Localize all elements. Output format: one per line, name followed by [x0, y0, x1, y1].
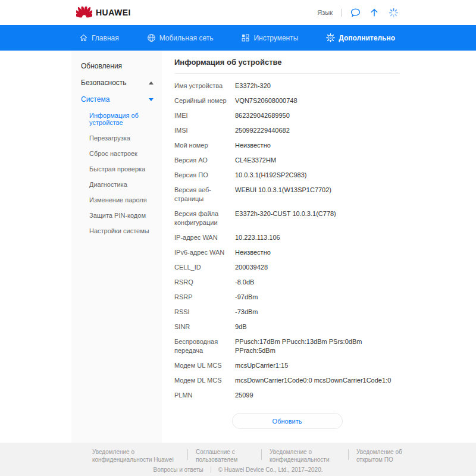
info-row-value: E3372h-320	[235, 82, 400, 90]
copyright-text: © Huawei Device Co., Ltd., 2017–2020.	[218, 466, 323, 473]
info-row: Версия файла конфигурацииE3372h-320-CUST…	[174, 206, 400, 230]
page-title: Информация об устройстве	[174, 58, 400, 73]
info-row-value: Неизвестно	[235, 248, 400, 257]
footer-link-divider	[187, 449, 188, 460]
info-row-label: Мой номер	[174, 141, 235, 150]
gear-icon	[326, 33, 335, 42]
info-row: Версия ПО10.0.3.1(H192SP2C983)	[174, 168, 400, 183]
footer-bottom-divider	[211, 466, 211, 473]
info-row-value: -73dBm	[235, 308, 400, 317]
footer-link-huawei-privacy-notice[interactable]: Уведомление о конфиденциальности Huawei	[92, 448, 181, 464]
nav-item-label: Дополнительно	[339, 34, 395, 42]
nav-item-home[interactable]: Главная	[79, 33, 119, 42]
sidebar-item-label: Изменение пароля	[89, 196, 147, 203]
nav-item-label: Главная	[92, 34, 119, 42]
globe-icon	[147, 33, 156, 42]
info-row-label: Версия файла конфигурации	[174, 209, 235, 227]
nav-item-label: Инструменты	[253, 34, 298, 42]
info-row: RSSI-73dBm	[174, 305, 400, 320]
sidebar-item-reboot[interactable]: Перезагрузка	[71, 130, 162, 146]
sidebar-item-security[interactable]: Безопасность	[71, 74, 162, 91]
sidebar-item-factory-reset[interactable]: Сброс настроек	[71, 146, 162, 161]
info-row-label: IMEI	[174, 111, 235, 120]
info-row: CELL_ID200039428	[174, 260, 400, 275]
brand-text: HUAWEI	[96, 8, 131, 17]
sidebar-item-diagnostics[interactable]: Диагностика	[71, 177, 162, 192]
sidebar-item-updates[interactable]: Обновления	[71, 58, 162, 74]
huawei-flower-icon	[76, 7, 92, 19]
info-row-label: Имя устройства	[174, 82, 235, 90]
info-row: IMEI862329042689950	[174, 108, 400, 123]
sidebar-item-system[interactable]: Система	[71, 91, 162, 108]
chevron-up-icon	[149, 82, 154, 84]
sidebar-item-label: Система	[81, 95, 109, 104]
info-row-label: IP-адрес WAN	[174, 233, 235, 242]
info-row-label: Версия веб-страницы	[174, 186, 235, 203]
info-row-label: Беспроводная передача	[174, 337, 235, 355]
info-row: SINR9dB	[174, 320, 400, 334]
info-row-label: Модем UL MCS	[174, 361, 235, 370]
info-row-label: SINR	[174, 322, 235, 331]
info-row-label: RSSI	[174, 308, 235, 317]
footer-link-user-agreement[interactable]: Соглашение с пользователем	[196, 448, 255, 464]
language-button[interactable]: Язык	[317, 9, 333, 16]
sidebar-item-change-password[interactable]: Изменение пароля	[71, 192, 162, 208]
settings-sidebar: ОбновленияБезопасностьСистемаИнформация …	[71, 51, 162, 443]
info-row: IP-адрес WAN10.223.113.106	[174, 230, 400, 245]
info-row: IMSI250992229440682	[174, 123, 400, 138]
top-header: HUAWEI Язык	[0, 0, 476, 25]
info-row-value: 862329042689950	[235, 111, 400, 120]
info-row-label: PLMN	[174, 391, 235, 400]
sidebar-item-label: Диагностика	[89, 181, 127, 188]
info-row-value: mcsUpCarrier1:15	[235, 361, 400, 370]
sidebar-item-label: Сброс настроек	[89, 150, 137, 157]
faq-link[interactable]: Вопросы и ответы	[153, 466, 203, 473]
sidebar-item-quick-check[interactable]: Быстрая проверка	[71, 161, 162, 177]
sidebar-item-pin-protection[interactable]: Защита PIN-кодом	[71, 208, 162, 223]
info-row-label: IMSI	[174, 126, 235, 135]
device-info-panel: Информация об устройстве Имя устройстваE…	[162, 51, 416, 443]
sidebar-item-label: Безопасность	[81, 79, 127, 87]
refresh-button[interactable]: Обновить	[232, 413, 343, 429]
footer-link-divider	[261, 449, 262, 460]
home-icon	[79, 33, 88, 42]
huawei-logo: HUAWEI	[76, 7, 131, 19]
info-row-value: -8.0dB	[235, 278, 400, 287]
sidebar-item-label: Быстрая проверка	[89, 165, 145, 173]
info-row-value: 10.0.3.1(H192SP2C983)	[235, 171, 400, 180]
nav-item-advanced[interactable]: Дополнительно	[326, 33, 395, 42]
sidebar-item-label: Настройки системы	[89, 227, 149, 234]
info-row-label: CELL_ID	[174, 263, 235, 272]
footer-link-privacy-notice[interactable]: Уведомление о конфиденциальности	[270, 448, 342, 464]
sidebar-item-system-settings[interactable]: Настройки системы	[71, 223, 162, 239]
footer-link-open-source-notice[interactable]: Уведомление об открытом ПО	[356, 448, 413, 464]
tools-icon	[241, 33, 250, 42]
info-row: RSRQ-8.0dB	[174, 275, 400, 290]
nav-item-label: Мобильная сеть	[159, 34, 214, 42]
title-divider	[174, 73, 400, 74]
sidebar-item-label: Обновления	[81, 62, 122, 70]
info-row-value: 200039428	[235, 263, 400, 272]
sidebar-item-label: Перезагрузка	[89, 134, 130, 142]
info-row-label: RSRP	[174, 293, 235, 302]
upload-arrow-icon[interactable]	[369, 7, 380, 18]
info-row-label: Модем DL MCS	[174, 376, 235, 385]
nav-item-tools[interactable]: Инструменты	[241, 33, 298, 42]
footer-link-divider	[348, 449, 349, 460]
nav-item-mobile-network[interactable]: Мобильная сеть	[147, 33, 214, 42]
info-row: Модем UL MCSmcsUpCarrier1:15	[174, 358, 400, 373]
info-row: PLMN25099	[174, 388, 400, 403]
chevron-down-icon	[149, 98, 154, 101]
info-row-label: IPv6-адрес WAN	[174, 248, 235, 257]
info-row-value: -97dBm	[235, 293, 400, 302]
info-row: Версия АОCL4E3372HM	[174, 153, 400, 168]
info-row-value: 250992229440682	[235, 126, 400, 135]
sidebar-item-device-info[interactable]: Информация об устройстве	[71, 108, 162, 130]
info-row-value: PPusch:17dBm PPucch:13dBm PSrs:0dBm PPra…	[235, 337, 400, 355]
chat-icon[interactable]	[350, 7, 361, 18]
sidebar-item-label: Защита PIN-кодом	[89, 212, 146, 219]
info-row-value: 9dB	[235, 322, 400, 331]
info-row: Имя устройстваE3372h-320	[174, 79, 400, 93]
info-row: Мой номерНеизвестно	[174, 138, 400, 153]
page-footer: Уведомление о конфиденциальности HuaweiС…	[0, 443, 476, 476]
